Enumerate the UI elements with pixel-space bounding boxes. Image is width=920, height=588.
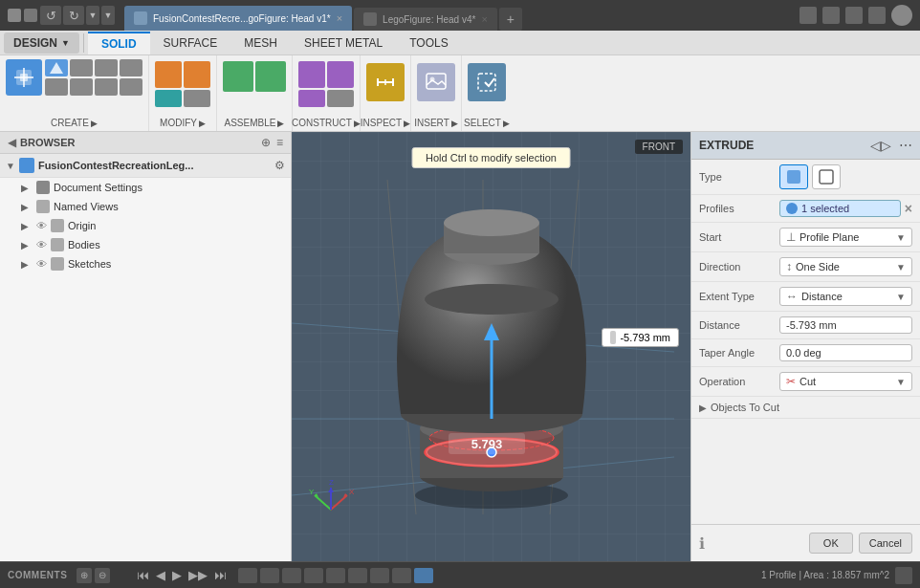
sync-icon[interactable] <box>822 7 840 24</box>
doc-settings-label: Document Settings <box>54 182 142 193</box>
collapse-icon[interactable]: ⊖ <box>95 568 110 583</box>
tab-head-v4[interactable]: LegoFigure: Head v4* × <box>354 8 497 31</box>
direction-dropdown[interactable]: ↕ One Side ▼ <box>779 257 912 276</box>
extrude-icon[interactable] <box>45 59 68 76</box>
timeline-icon-1[interactable] <box>238 568 257 583</box>
insert-group-label[interactable]: INSERT▶ <box>414 118 458 128</box>
rigid-group-icon[interactable] <box>255 61 286 92</box>
offset-plane-icon[interactable] <box>298 61 325 88</box>
rib-icon[interactable] <box>45 78 68 96</box>
operation-dropdown[interactable]: ✂ Cut ▼ <box>779 372 912 391</box>
panel-info-icon[interactable]: ℹ <box>699 534 705 553</box>
new-tab-button[interactable]: + <box>499 8 522 31</box>
profiles-chip[interactable]: 1 selected <box>779 200 901 217</box>
expand-icon[interactable]: ⊕ <box>77 568 92 583</box>
loft-icon[interactable] <box>120 59 142 76</box>
draft-icon[interactable] <box>184 90 210 107</box>
tab-sheet-metal[interactable]: SHEET METAL <box>291 33 396 54</box>
measure-icon[interactable] <box>366 63 405 101</box>
axis-icon[interactable] <box>298 90 325 107</box>
redo-dropdown[interactable]: ▼ <box>101 6 115 25</box>
type-thin-button[interactable] <box>812 164 841 189</box>
browser-item-origin[interactable]: ▶ 👁 Origin <box>15 216 291 235</box>
midplane-icon[interactable] <box>327 61 354 88</box>
notification-icon[interactable] <box>845 7 863 24</box>
tab-solid[interactable]: SOLID <box>88 32 150 54</box>
ok-button[interactable]: OK <box>809 533 853 554</box>
distance-field[interactable]: -5.793 mm <box>779 316 912 334</box>
fillet-icon[interactable] <box>155 61 182 88</box>
assemble-group-label[interactable]: ASSEMBLE▶ <box>225 118 285 128</box>
select-group-label[interactable]: SELECT▶ <box>464 118 510 128</box>
design-label: DESIGN <box>13 36 57 50</box>
browser-item-doc-settings[interactable]: ▶ Document Settings <box>15 178 291 197</box>
modify-group-label[interactable]: MODIFY▶ <box>160 118 206 128</box>
timeline-icon-6[interactable] <box>348 568 367 583</box>
undo-button[interactable]: ↺ <box>40 6 61 25</box>
timeline-icon-2[interactable] <box>260 568 279 583</box>
settings-gear-icon[interactable] <box>895 567 912 584</box>
browser-collapse-icon[interactable]: ◀ <box>8 136 16 149</box>
tab-mesh[interactable]: MESH <box>230 33 291 54</box>
timeline-icon-active[interactable] <box>414 568 433 583</box>
panel-more-icon[interactable]: ⋯ <box>899 138 912 153</box>
inspect-group-label[interactable]: INSPECT▶ <box>361 118 410 128</box>
start-dropdown[interactable]: ⊥ Profile Plane ▼ <box>779 228 912 247</box>
origin-vis-icon[interactable]: 👁 <box>36 220 47 231</box>
timeline-icon-3[interactable] <box>282 568 301 583</box>
timeline-icon-7[interactable] <box>370 568 389 583</box>
extent-type-dropdown[interactable]: ↔ Distance ▼ <box>779 287 912 306</box>
play-button[interactable]: ▶ <box>170 568 184 582</box>
bodies-vis-icon[interactable]: 👁 <box>36 239 47 250</box>
redo-button[interactable]: ↻ <box>63 6 84 25</box>
user-avatar[interactable] <box>891 5 912 26</box>
web-icon[interactable] <box>70 78 93 96</box>
point-icon[interactable] <box>327 90 354 107</box>
browser-title: BROWSER <box>20 137 75 148</box>
revolve-icon[interactable] <box>70 59 93 76</box>
insert-image-icon[interactable] <box>417 63 455 101</box>
tab-close-1[interactable]: × <box>337 12 342 24</box>
panel-expand-icon[interactable]: ◁▷ <box>870 138 891 153</box>
cancel-button[interactable]: Cancel <box>859 533 912 554</box>
play-start-button[interactable]: ⏮ <box>135 568 151 582</box>
undo-dropdown[interactable]: ▼ <box>86 6 99 25</box>
tab-close-2[interactable]: × <box>481 13 487 25</box>
timeline-icon-4[interactable] <box>304 568 323 583</box>
design-dropdown[interactable]: DESIGN ▼ <box>4 33 79 54</box>
shell-icon[interactable] <box>155 90 182 107</box>
mirror-icon[interactable] <box>120 78 142 96</box>
play-prev-button[interactable]: ◀ <box>154 568 167 582</box>
play-next-button[interactable]: ▶▶ <box>186 568 209 582</box>
construct-group-label[interactable]: CONSTRUCT▶ <box>292 118 361 128</box>
tab-tools[interactable]: TOOLS <box>396 33 461 54</box>
distance-drag-handle[interactable] <box>610 331 616 344</box>
taper-field[interactable]: 0.0 deg <box>779 344 912 361</box>
browser-item-named-views[interactable]: ▶ Named Views <box>15 197 291 216</box>
cloud-icon[interactable] <box>800 7 817 24</box>
browser-search-icon[interactable]: ⊕ <box>261 136 271 149</box>
browser-settings-icon[interactable]: ≡ <box>276 136 283 149</box>
root-settings-icon[interactable]: ⚙ <box>274 159 285 172</box>
tab-head-v1[interactable]: FusionContestRecre...goFigure: Head v1* … <box>124 6 352 31</box>
sketches-vis-icon[interactable]: 👁 <box>36 258 47 270</box>
emboss-icon[interactable] <box>95 78 118 96</box>
profiles-remove-icon[interactable]: × <box>905 201 912 216</box>
create-main-icon[interactable] <box>6 59 42 96</box>
type-solid-button[interactable] <box>779 164 808 189</box>
sweep-icon[interactable] <box>95 59 118 76</box>
browser-item-bodies[interactable]: ▶ 👁 Bodies <box>15 235 291 254</box>
timeline-icon-5[interactable] <box>326 568 345 583</box>
browser-root-item[interactable]: ▼ FusionContestRecreationLeg... ⚙ <box>0 154 291 178</box>
chamfer-icon[interactable] <box>184 61 210 88</box>
play-end-button[interactable]: ⏭ <box>212 568 229 582</box>
browser-item-sketches[interactable]: ▶ 👁 Sketches <box>15 254 291 273</box>
joint-icon[interactable] <box>223 61 253 92</box>
menu-icon <box>24 9 37 22</box>
select-box-icon[interactable] <box>468 63 506 101</box>
timeline-icon-8[interactable] <box>392 568 411 583</box>
tab-surface[interactable]: SURFACE <box>150 33 231 54</box>
objects-to-cut-section[interactable]: ▶ Objects To Cut <box>691 397 920 419</box>
create-group-label[interactable]: CREATE▶ <box>51 118 98 128</box>
help-icon[interactable] <box>868 7 886 24</box>
